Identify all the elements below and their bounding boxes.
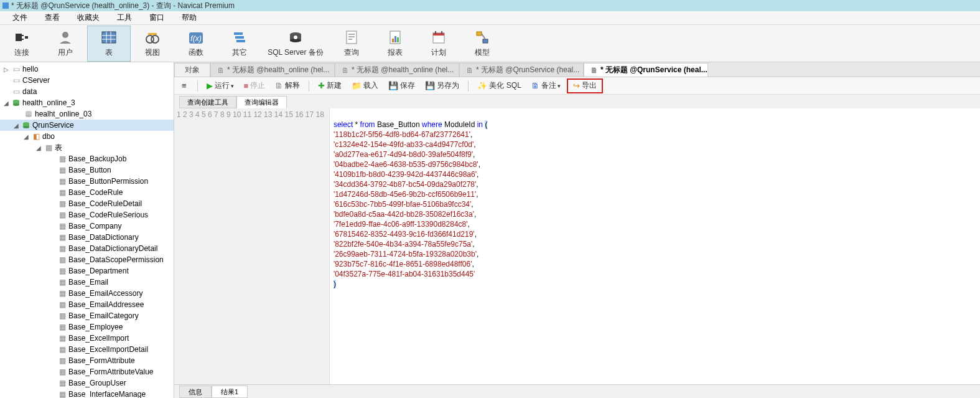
save-button[interactable]: 💾保存 [385, 79, 419, 93]
tree-db-qrun[interactable]: ◢ QrunService [0, 120, 174, 131]
expand-icon[interactable]: ◢ [36, 145, 44, 151]
tree-db-health-child[interactable]: healht_online_03 [0, 108, 174, 120]
tree-table-item[interactable]: ▦Base_FormAttributeValue [0, 366, 174, 377]
tree-label: Base_FormAttributeValue [68, 367, 154, 376]
doc-tab[interactable]: 🗎* 无标题 @QrunService (heal... [584, 63, 708, 77]
tree-table-item[interactable]: ▦Base_Department [0, 265, 174, 277]
load-button[interactable]: 📁载入 [348, 79, 382, 93]
tree-table-item[interactable]: ▦Base_DataScopePermission [0, 254, 174, 265]
table-icon: ▦ [57, 222, 67, 230]
menu-favorites[interactable]: 收藏夹 [68, 12, 108, 23]
tree-label: hello [22, 65, 38, 73]
connection-icon: ▭ [11, 76, 21, 85]
run-button[interactable]: ▶运行▾ [203, 79, 238, 93]
tree-table-item[interactable]: ▦Base_BackupJob [0, 153, 174, 164]
sql-code[interactable]: select * from Base_Button where ModuleId… [330, 108, 492, 384]
tree-table-item[interactable]: ▦Base_ExcelImportDetail [0, 344, 174, 355]
result-tab[interactable]: 结果1 [212, 386, 248, 398]
tree-conn-data[interactable]: ▭data [0, 86, 174, 97]
tree-label: Base_DataDictionary [68, 233, 139, 242]
tree-table-item[interactable]: ▦Base_EmailCategory [0, 310, 174, 321]
toolbar-user[interactable]: 用户 [44, 26, 87, 62]
stop-button[interactable]: ■停止 [240, 79, 269, 93]
beautify-button[interactable]: ✨美化 SQL [474, 79, 525, 93]
table-icon [100, 29, 118, 46]
svg-point-39 [13, 103, 19, 106]
doc-tab[interactable]: 🗎* 无标题 @health_online (hel... [335, 63, 459, 77]
tree-table-item[interactable]: ▦Base_CodeRuleSerious [0, 209, 174, 220]
tree-schema-dbo[interactable]: ◢ ◧ dbo [0, 131, 174, 142]
expand-icon[interactable]: ◢ [24, 133, 31, 140]
new-button[interactable]: ✚新建 [314, 79, 345, 93]
export-button[interactable]: ↪导出 [569, 79, 600, 93]
toolbar-query[interactable]: 查询 [330, 26, 373, 62]
svg-point-11 [151, 36, 159, 43]
tree-table-item[interactable]: ▦Base_DataDictionaryDetail [0, 243, 174, 254]
tree-table-item[interactable]: ▦Base_EmailAccessory [0, 288, 174, 299]
menu-view[interactable]: 查看 [36, 12, 68, 23]
doc-tab[interactable]: 🗎* 无标题 @QrunService (heal... [459, 63, 584, 77]
toolbar-func[interactable]: f(x)函数 [174, 26, 218, 62]
tree-table-item[interactable]: ▦Base_FormAttribute [0, 355, 174, 366]
query-subtab[interactable]: 查询创建工具 [179, 96, 236, 108]
tree-label: Base_InterfaceManage [68, 390, 146, 398]
toolbar-model[interactable]: 模型 [460, 26, 504, 62]
menu-tools[interactable]: 工具 [108, 12, 141, 23]
tree-table-item[interactable]: ▦Base_Company [0, 220, 174, 232]
svg-rect-23 [348, 34, 355, 35]
tree-label: data [22, 87, 37, 96]
view-icon [144, 29, 161, 46]
tree-tables-folder[interactable]: ◢ ▦ 表 [0, 142, 174, 153]
expand-icon[interactable]: ▷ [4, 66, 11, 73]
expand-icon[interactable]: ◢ [14, 122, 21, 129]
svg-rect-17 [236, 40, 245, 42]
tree-table-item[interactable]: ▦Base_EmailAddressee [0, 299, 174, 310]
toolbar-label: 查询 [344, 47, 359, 58]
tree-conn-CServer[interactable]: ▭CServer [0, 75, 174, 86]
tree-table-item[interactable]: ▦Base_GroupUser [0, 377, 174, 389]
main-toolbar: 连接用户表视图f(x)函数其它SQL Server 备份查询报表计划模型 [0, 25, 980, 62]
svg-rect-35 [483, 39, 488, 43]
tree-table-item[interactable]: ▦Base_InterfaceManage [0, 389, 174, 398]
toolbar-sqlbackup[interactable]: SQL Server 备份 [261, 26, 330, 62]
tree-label: Base_CodeRuleDetail [68, 199, 142, 208]
doc-tab[interactable]: 🗎* 无标题 @health_online (hel... [210, 63, 335, 77]
tree-table-item[interactable]: ▦Base_Employee [0, 321, 174, 333]
plug-icon [13, 29, 30, 46]
toolbar-report[interactable]: 报表 [373, 26, 417, 62]
menu-help[interactable]: 帮助 [173, 12, 205, 23]
tree-table-item[interactable]: ▦Base_DataDictionary [0, 232, 174, 243]
tree-label: healht_online_03 [35, 110, 91, 118]
result-tab[interactable]: 信息 [179, 386, 212, 398]
tree-label: Base_EmailAddressee [68, 300, 144, 309]
toolbar-view[interactable]: 视图 [131, 26, 174, 62]
tree-db-health[interactable]: ◢ health_online_3 [0, 97, 174, 108]
expand-icon[interactable]: ◢ [4, 100, 11, 107]
hamburger-icon[interactable]: ≡ [178, 79, 192, 93]
toolbar-schedule[interactable]: 计划 [417, 26, 460, 62]
sql-editor[interactable]: 1 2 3 4 5 6 7 8 9 10 11 12 13 14 15 16 1… [174, 108, 980, 384]
toolbar-table[interactable]: 表 [87, 26, 131, 62]
comment-button[interactable]: 🗎备注▾ [528, 79, 564, 93]
toolbar-other[interactable]: 其它 [218, 26, 261, 62]
tree-conn-hello[interactable]: ▷▭hello [0, 64, 174, 75]
svg-rect-32 [435, 31, 436, 34]
table-icon: ▦ [57, 267, 67, 275]
doc-tab[interactable]: 对象 [174, 63, 210, 77]
tree-label: QrunService [32, 121, 74, 130]
menu-file[interactable]: 文件 [4, 12, 36, 23]
user-icon [57, 29, 74, 46]
menu-window[interactable]: 窗口 [141, 12, 173, 23]
toolbar-connect[interactable]: 连接 [0, 26, 44, 62]
saveas-button[interactable]: 💾另存为 [421, 79, 463, 93]
tree-table-item[interactable]: ▦Base_ButtonPermission [0, 176, 174, 187]
tree-label: 表 [55, 143, 62, 153]
tree-table-item[interactable]: ▦Base_Email [0, 277, 174, 288]
tree-table-item[interactable]: ▦Base_ExcelImport [0, 333, 174, 344]
connection-tree[interactable]: ▷▭hello▭CServer▭data ◢ health_online_3 h… [0, 62, 174, 398]
tree-table-item[interactable]: ▦Base_CodeRule [0, 187, 174, 198]
tree-table-item[interactable]: ▦Base_CodeRuleDetail [0, 198, 174, 209]
tree-table-item[interactable]: ▦Base_Button [0, 164, 174, 176]
query-subtab[interactable]: 查询编辑器 [236, 96, 287, 108]
explain-button[interactable]: 🗎解释 [271, 79, 304, 93]
